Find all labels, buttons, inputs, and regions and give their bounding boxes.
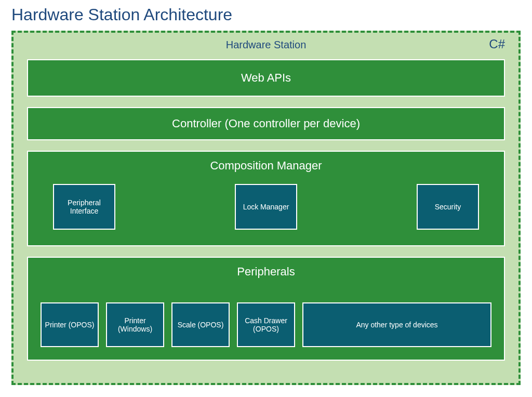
peripherals-title: Peripherals bbox=[41, 265, 491, 279]
printer-windows-label: Printer (Windows) bbox=[109, 316, 161, 333]
controller-label: Controller (One controller per device) bbox=[28, 117, 504, 130]
printer-opos-label: Printer (OPOS) bbox=[45, 321, 95, 329]
composition-row: Peripheral Interface Lock Manager Securi… bbox=[53, 184, 479, 230]
slide: Hardware Station Architecture Hardware S… bbox=[0, 0, 532, 397]
security-box: Security bbox=[417, 184, 479, 230]
lock-manager-box: Lock Manager bbox=[235, 184, 297, 230]
container-title: Hardware Station bbox=[226, 39, 307, 51]
other-devices-label: Any other type of devices bbox=[356, 321, 437, 329]
hardware-station-container: Hardware Station C# Web APIs Controller … bbox=[11, 31, 521, 385]
peripheral-interface-box: Peripheral Interface bbox=[53, 184, 115, 230]
other-devices-box: Any other type of devices bbox=[302, 302, 491, 347]
web-apis-block: Web APIs bbox=[27, 59, 505, 97]
peripherals-row: Printer (OPOS) Printer (Windows) Scale (… bbox=[41, 302, 491, 347]
cash-drawer-opos-box: Cash Drawer (OPOS) bbox=[237, 302, 295, 347]
peripherals-block: Peripherals Printer (OPOS) Printer (Wind… bbox=[27, 257, 505, 361]
cash-drawer-opos-label: Cash Drawer (OPOS) bbox=[240, 316, 292, 333]
composition-manager-title: Composition Manager bbox=[53, 159, 479, 173]
composition-manager-block: Composition Manager Peripheral Interface… bbox=[27, 151, 505, 246]
printer-windows-box: Printer (Windows) bbox=[106, 302, 164, 347]
scale-opos-label: Scale (OPOS) bbox=[178, 321, 224, 329]
peripheral-interface-label: Peripheral Interface bbox=[56, 198, 112, 215]
page-title: Hardware Station Architecture bbox=[11, 0, 521, 31]
lock-manager-label: Lock Manager bbox=[243, 203, 289, 211]
container-header: Hardware Station C# bbox=[27, 39, 505, 51]
printer-opos-box: Printer (OPOS) bbox=[41, 302, 99, 347]
language-tag: C# bbox=[489, 37, 505, 51]
controller-block: Controller (One controller per device) bbox=[27, 107, 505, 140]
security-label: Security bbox=[435, 203, 461, 211]
web-apis-label: Web APIs bbox=[28, 71, 504, 85]
scale-opos-box: Scale (OPOS) bbox=[171, 302, 230, 347]
